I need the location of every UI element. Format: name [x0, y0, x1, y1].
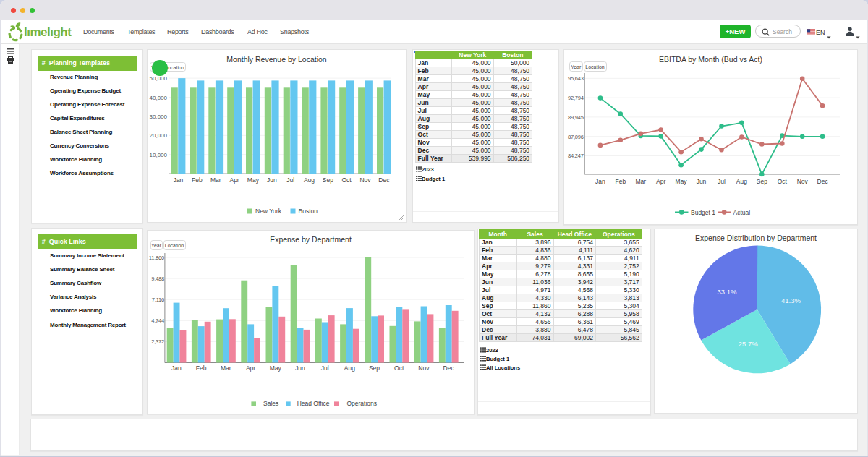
svg-text:Sep: Sep [757, 177, 767, 184]
svg-text:25.7%: 25.7% [739, 339, 758, 347]
svg-text:33.1%: 33.1% [717, 288, 736, 296]
svg-text:Jul: Jul [321, 364, 329, 371]
svg-text:Feb: Feb [615, 177, 626, 184]
svg-text:May: May [676, 177, 688, 184]
svg-text:Dec: Dec [443, 364, 455, 371]
svg-text:Head Office: Head Office [297, 400, 330, 407]
svg-text:84,247: 84,247 [568, 153, 584, 159]
svg-text:Oct: Oct [394, 364, 404, 371]
svg-text:Jul: Jul [718, 177, 726, 184]
svg-text:92,794: 92,794 [568, 94, 584, 101]
svg-text:Apr: Apr [656, 177, 665, 184]
svg-text:11,860: 11,860 [149, 254, 164, 260]
svg-text:Feb: Feb [192, 176, 203, 184]
svg-text:20,000: 20,000 [150, 132, 168, 139]
svg-text:Dec: Dec [817, 177, 829, 184]
svg-text:Jan: Jan [171, 364, 182, 371]
svg-text:Nov: Nov [359, 176, 371, 184]
svg-text:May: May [270, 364, 282, 371]
svg-text:New York: New York [255, 208, 282, 215]
svg-text:Budget 1: Budget 1 [691, 209, 715, 216]
svg-text:Nov: Nov [418, 364, 430, 371]
svg-text:Dec: Dec [378, 176, 390, 184]
svg-text:Oct: Oct [341, 176, 352, 184]
svg-text:Jun: Jun [697, 177, 707, 184]
svg-text:Feb: Feb [196, 364, 207, 371]
svg-text:7,116: 7,116 [152, 296, 164, 303]
svg-text:2,372: 2,372 [151, 338, 164, 345]
svg-text:Boston: Boston [299, 208, 318, 215]
svg-text:41.3%: 41.3% [781, 296, 801, 304]
svg-text:Mar: Mar [635, 177, 646, 184]
svg-text:40,000: 40,000 [150, 94, 168, 101]
svg-text:Sales: Sales [263, 400, 278, 407]
svg-text:Nov: Nov [797, 177, 809, 184]
svg-text:Aug: Aug [304, 176, 315, 184]
svg-text:95,643: 95,643 [568, 75, 584, 82]
svg-text:Operations: Operations [346, 400, 377, 407]
svg-text:Mar: Mar [221, 364, 231, 371]
svg-text:Oct: Oct [778, 177, 788, 184]
svg-text:50,000: 50,000 [150, 75, 168, 82]
svg-text:Apr: Apr [229, 176, 239, 184]
svg-text:9,488: 9,488 [151, 275, 164, 281]
svg-text:May: May [247, 176, 260, 184]
svg-text:Jan: Jan [174, 176, 184, 184]
svg-text:10,000: 10,000 [150, 151, 168, 158]
svg-text:Sep: Sep [369, 364, 380, 371]
svg-text:Jul: Jul [286, 176, 294, 184]
svg-text:Aug: Aug [344, 364, 355, 371]
svg-text:30,000: 30,000 [150, 113, 168, 119]
svg-text:Jun: Jun [295, 364, 305, 371]
svg-text:4,744: 4,744 [151, 317, 164, 324]
svg-text:Actual: Actual [733, 209, 751, 216]
svg-text:Mar: Mar [210, 176, 221, 184]
svg-text:Jun: Jun [267, 176, 277, 184]
svg-text:Aug: Aug [736, 177, 747, 184]
svg-text:Sep: Sep [323, 176, 333, 184]
svg-text:87,096: 87,096 [568, 133, 584, 140]
svg-text:89,945: 89,945 [568, 114, 584, 120]
svg-text:Apr: Apr [246, 364, 255, 371]
svg-text:Jan: Jan [595, 177, 605, 184]
